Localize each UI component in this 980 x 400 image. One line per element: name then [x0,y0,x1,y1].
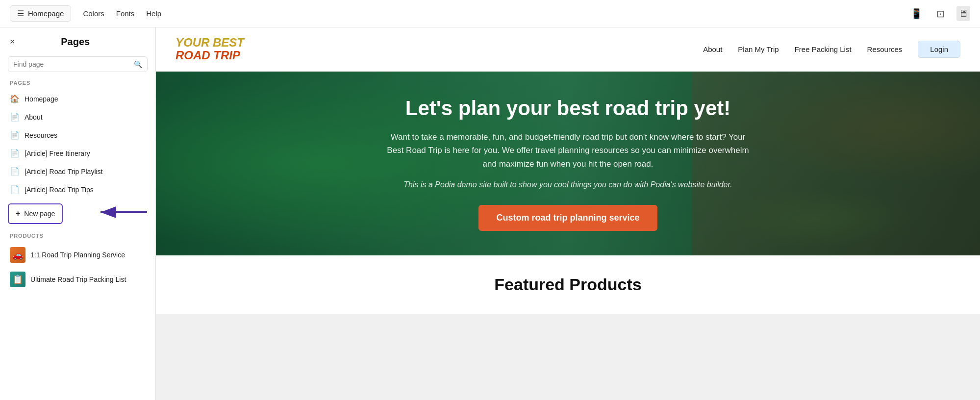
sidebar-item-resources[interactable]: 📄 Resources ⚙ [0,126,155,144]
new-page-label: New page [24,210,55,218]
page-name-playlist: [Article] Road Trip Playlist [25,168,134,175]
hero-subtitle: Want to take a memorable, fun, and budge… [384,130,752,171]
close-button[interactable]: × [10,37,15,47]
product-thumb-packing: 📋 [10,272,25,287]
hamburger-icon: ☰ [17,9,24,18]
tablet-icon[interactable]: ⊡ [934,6,947,22]
plus-icon: + [16,209,20,218]
sidebar-header: × Pages [0,27,155,52]
search-box[interactable]: 🔍 [8,56,148,72]
products-section-label: PRODUCTS [0,233,155,243]
nav-packing[interactable]: Free Packing List [795,45,852,53]
featured-section: Featured Products [156,255,980,314]
hero-title: Let's plan your best road trip yet! [384,96,752,121]
homepage-button[interactable]: ☰ Homepage [10,5,71,22]
product-thumb-planning: 🚗 [10,247,25,263]
hero-content: Let's plan your best road trip yet! Want… [384,96,752,231]
site-logo: YOUR BEST ROAD TRIP [176,36,244,62]
nav-plan[interactable]: Plan My Trip [738,45,779,53]
page-name-about: About [25,113,134,121]
hero-cta-button[interactable]: Custom road trip planning service [478,205,657,231]
logo-line2: ROAD TRIP [176,49,244,62]
doc-icon-about: 📄 [10,112,20,122]
top-bar: ☰ Homepage Colors Fonts Help 📱 ⊡ 🖥 [0,0,980,27]
sidebar-item-tips[interactable]: 📄 [Article] Road Trip Tips ⚙ [0,180,155,199]
page-name-homepage: Homepage [25,95,134,103]
product-name-packing: Ultimate Road Trip Packing List [30,275,134,283]
hero-note: This is a Podia demo site built to show … [384,180,752,189]
website-preview: YOUR BEST ROAD TRIP About Plan My Trip F… [156,27,980,314]
nav-resources[interactable]: Resources [867,45,903,53]
doc-icon-tips: 📄 [10,185,20,194]
doc-icon-free-itinerary: 📄 [10,149,20,158]
hero-section: Let's plan your best road trip yet! Want… [156,72,980,255]
product-item-packing[interactable]: 📋 Ultimate Road Trip Packing List ⚙ [0,267,155,292]
fonts-nav[interactable]: Fonts [116,7,135,20]
doc-icon-resources: 📄 [10,130,20,140]
sidebar-item-playlist[interactable]: 📄 [Article] Road Trip Playlist ⚙ [0,162,155,180]
search-input[interactable] [13,60,131,68]
main-layout: × Pages 🔍 PAGES 🏠 Homepage ⚙ 📄 About ⚙ 📄… [0,27,980,400]
doc-icon-playlist: 📄 [10,167,20,176]
logo-line1: YOUR BEST [176,36,244,49]
pages-title: Pages [61,36,90,48]
home-icon: 🏠 [10,94,20,103]
annotation-arrow [96,201,150,223]
login-button[interactable]: Login [918,41,960,58]
desktop-icon[interactable]: 🖥 [956,6,970,21]
page-name-free-itinerary: [Article] Free Itinerary [25,150,134,157]
colors-nav[interactable]: Colors [83,7,104,20]
product-item-planning[interactable]: 🚗 1:1 Road Trip Planning Service ⚙ [0,243,155,267]
sidebar-item-free-itinerary[interactable]: 📄 [Article] Free Itinerary ⚙ [0,144,155,162]
page-name-tips: [Article] Road Trip Tips [25,186,134,194]
new-page-button[interactable]: + New page [8,203,63,224]
homepage-label: Homepage [28,9,64,18]
site-nav-links: About Plan My Trip Free Packing List Res… [703,41,960,58]
sidebar-item-about[interactable]: 📄 About ⚙ [0,108,155,126]
products-section: PRODUCTS 🚗 1:1 Road Trip Planning Servic… [0,233,155,292]
device-controls: 📱 ⊡ 🖥 [908,6,970,22]
pages-section-label: PAGES [0,80,155,90]
content-area: YOUR BEST ROAD TRIP About Plan My Trip F… [156,27,980,400]
search-icon: 🔍 [134,60,142,68]
help-nav[interactable]: Help [146,7,161,20]
site-nav: YOUR BEST ROAD TRIP About Plan My Trip F… [156,27,980,72]
featured-title: Featured Products [185,275,951,294]
sidebar: × Pages 🔍 PAGES 🏠 Homepage ⚙ 📄 About ⚙ 📄… [0,27,156,400]
page-name-resources: Resources [25,131,134,139]
mobile-icon[interactable]: 📱 [908,6,925,22]
sidebar-item-homepage[interactable]: 🏠 Homepage ⚙ [0,90,155,108]
nav-about[interactable]: About [703,45,722,53]
product-name-planning: 1:1 Road Trip Planning Service [30,251,134,259]
